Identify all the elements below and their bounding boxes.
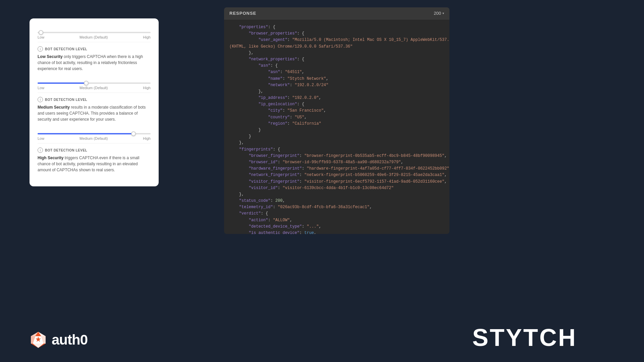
status-code: 200 xyxy=(434,11,441,16)
high-security-level: High Security xyxy=(38,156,63,160)
medium-security-level: Medium Security xyxy=(38,105,70,110)
code-line: "region": "California" xyxy=(229,121,444,127)
code-line: "browser_properties": { xyxy=(229,31,444,37)
code-line: "fingerprints": { xyxy=(229,146,444,153)
low-security-level: Low Security xyxy=(38,54,63,59)
response-header: RESPONSE 200 ▾ xyxy=(224,7,449,19)
low-label-medium: Medium (Default) xyxy=(79,35,108,39)
code-line: "status_code": 200, xyxy=(229,198,444,204)
code-line: "hardware_fingerprint": "hardware-finger… xyxy=(229,166,444,172)
code-line: }, xyxy=(229,88,444,95)
code-line: "user_agent": "Mozilla/5.0 (Macintosh; I… xyxy=(229,37,444,43)
medium-slider-track xyxy=(38,82,151,84)
code-line: }, xyxy=(229,50,444,56)
response-title: RESPONSE xyxy=(229,11,256,16)
high-slider-labels: Low Medium (Default) High xyxy=(38,136,151,140)
high-slider-track xyxy=(38,133,151,134)
low-label-high: High xyxy=(143,35,151,39)
high-info-section: i BOT DETECTION LEVEL High Security trig… xyxy=(38,143,151,178)
stytch-text: ST xyxy=(472,324,506,351)
high-label-medium: Medium (Default) xyxy=(79,136,108,140)
chevron-down-icon: ▾ xyxy=(442,11,444,15)
low-detection-text: Low Security only triggers CAPTCHA when … xyxy=(38,54,151,72)
code-line: "city": "San Francisco", xyxy=(229,108,444,114)
high-detection-header: i BOT DETECTION LEVEL xyxy=(38,147,151,153)
left-panel: Low Medium (Default) High i BOT DETECTIO… xyxy=(30,18,159,186)
medium-security-section: Low Medium (Default) High xyxy=(38,77,151,93)
code-line: "network_fingerprint": "network-fingerpr… xyxy=(229,172,444,178)
code-line: "network_properties": { xyxy=(229,56,444,63)
high-label-high: High xyxy=(143,136,151,140)
medium-slider-wrapper xyxy=(38,82,151,84)
code-line: } xyxy=(229,133,444,140)
medium-label-medium: Medium (Default) xyxy=(79,86,108,90)
stytch-logo: STYTCH xyxy=(472,324,577,351)
code-line: "asn": "64511", xyxy=(229,69,444,75)
medium-info-section: i BOT DETECTION LEVEL Medium Security re… xyxy=(38,93,151,128)
code-line: "country": "US", xyxy=(229,114,444,121)
low-label-low: Low xyxy=(38,35,44,39)
medium-detection-header: i BOT DETECTION LEVEL xyxy=(38,97,151,102)
code-line: } xyxy=(229,127,444,133)
code-line: "telemetry_id": "026ac93b-8cdf-4fcb-bfa6… xyxy=(229,204,444,210)
low-slider-track xyxy=(38,32,151,33)
medium-slider-labels: Low Medium (Default) High xyxy=(38,86,151,90)
code-content[interactable]: "properties": { "browser_properties": { … xyxy=(224,19,449,234)
code-line: "asn": { xyxy=(229,63,444,69)
medium-slider-thumb[interactable] xyxy=(84,81,89,85)
code-line: "verdict": { xyxy=(229,210,444,217)
code-line: }, xyxy=(229,140,444,146)
medium-detection-text: Medium Security results in a moderate cl… xyxy=(38,104,151,122)
medium-info-icon: i xyxy=(38,97,43,102)
high-slider-wrapper xyxy=(38,133,151,134)
svg-marker-5 xyxy=(33,344,44,348)
auth0-text: auth0 xyxy=(52,332,88,348)
low-slider-labels: Low Medium (Default) High xyxy=(38,35,151,39)
code-line: "visitor_fingerprint": "visitor-fingerpr… xyxy=(229,179,444,185)
code-line: }, xyxy=(229,191,444,198)
low-detection-label: BOT DETECTION LEVEL xyxy=(45,47,87,51)
medium-detection-label: BOT DETECTION LEVEL xyxy=(45,98,87,102)
high-label-low: Low xyxy=(38,136,44,140)
medium-label-high: High xyxy=(143,86,151,90)
high-info-icon: i xyxy=(38,147,43,153)
auth0-icon xyxy=(30,331,47,349)
code-line: "ip_geolocation": { xyxy=(229,101,444,108)
code-line: "browser_fingerprint": "browser-fingerpr… xyxy=(229,153,444,159)
right-panel: RESPONSE 200 ▾ "properties": { "browser_… xyxy=(224,7,449,234)
low-detection-header: i BOT DETECTION LEVEL xyxy=(38,46,151,52)
stytch-y: Y xyxy=(506,324,523,351)
response-code-selector[interactable]: 200 ▾ xyxy=(434,11,444,16)
high-detection-label: BOT DETECTION LEVEL xyxy=(45,148,87,152)
low-info-icon: i xyxy=(38,46,43,52)
code-line: "ip_address": "192.0.2.0", xyxy=(229,95,444,101)
low-info-section: i BOT DETECTION LEVEL Low Security only … xyxy=(38,42,151,77)
low-slider-thumb[interactable] xyxy=(39,30,43,35)
high-slider-fill xyxy=(38,133,133,134)
code-line: (KHTML, like Gecko) Chrome/129.0.0.0 Saf… xyxy=(229,44,444,50)
high-security-section: Low Medium (Default) High xyxy=(38,128,151,143)
auth0-logo: auth0 xyxy=(30,331,88,349)
high-detection-text: High Security triggers CAPTCHA even if t… xyxy=(38,155,151,173)
code-line: "is_authentic_device": true, xyxy=(229,230,444,234)
code-line: "action": "ALLOW", xyxy=(229,217,444,224)
low-slider-wrapper xyxy=(38,32,151,33)
medium-label-low: Low xyxy=(38,86,44,90)
code-line: "network": "192.0.2.0/24" xyxy=(229,82,444,88)
high-slider-thumb[interactable] xyxy=(131,131,136,136)
code-line: "name": "Stytch Network", xyxy=(229,76,444,82)
code-line: "browser_id": "browser-id-99cffb93-6378-… xyxy=(229,159,444,166)
code-line: "detected_device_type": "...", xyxy=(229,224,444,230)
medium-slider-fill xyxy=(38,82,86,84)
code-line: "properties": { xyxy=(229,24,444,31)
code-line: "visitor_id": "visitor-6139cbcc-4dda-4b1… xyxy=(229,185,444,191)
low-security-section: Low Medium (Default) High xyxy=(38,26,151,42)
stytch-tch: TCH xyxy=(523,324,577,351)
